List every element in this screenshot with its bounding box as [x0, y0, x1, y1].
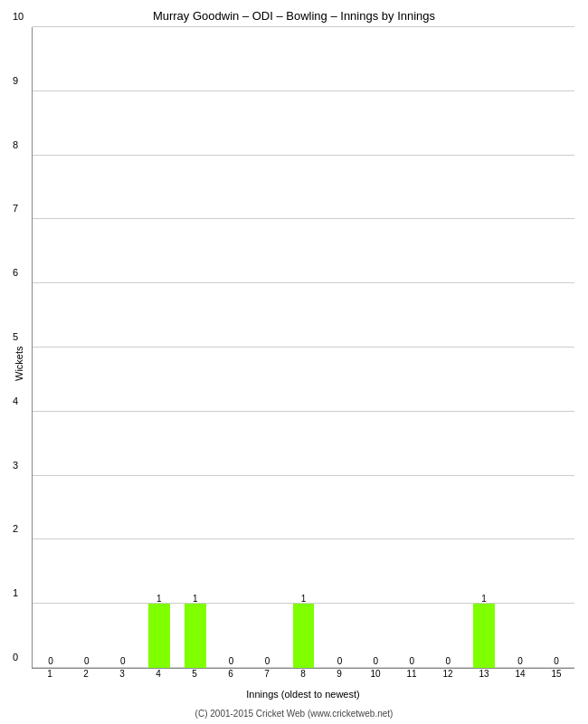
y-tick-label: 10: [13, 11, 24, 22]
x-tick-label: 8: [300, 669, 306, 679]
y-tick-label: 8: [13, 139, 18, 150]
x-tick-label: 10: [370, 669, 380, 679]
x-tick-label: 9: [337, 669, 342, 679]
x-tick-label: 6: [228, 669, 233, 679]
y-axis-label: Wickets: [14, 27, 28, 700]
bar-zero-label: 0: [105, 656, 141, 666]
bar-zero-label: 0: [321, 656, 357, 666]
grid-line: [33, 218, 574, 219]
bar-zero-label: 0: [430, 656, 466, 666]
bar-value-label: 1: [473, 594, 495, 604]
x-tick-label: 1: [47, 669, 52, 679]
x-ticks-row: 123456789101112131415: [32, 669, 574, 687]
y-tick-label: 4: [13, 395, 18, 406]
chart-title: Murray Goodwin – ODI – Bowling – Innings…: [153, 9, 435, 23]
bar-zero-label: 0: [357, 656, 394, 666]
x-tick-label: 7: [264, 669, 270, 679]
y-tick-label: 6: [13, 267, 18, 278]
x-axis-label: Innings (oldest to newest): [32, 689, 574, 700]
bar: [293, 604, 315, 668]
y-tick-label: 5: [13, 331, 18, 342]
footer: (C) 2001-2015 Cricket Web (www.cricketwe…: [195, 709, 394, 719]
grid-line: [33, 90, 574, 91]
x-tick-label: 12: [442, 669, 452, 679]
bar-zero-label: 0: [33, 656, 69, 666]
bar: [148, 604, 170, 668]
y-tick-label: 7: [13, 203, 18, 214]
y-tick-label: 9: [13, 75, 18, 86]
grid-line: [33, 347, 574, 348]
y-tick-label: 3: [13, 460, 18, 471]
x-tick-label: 14: [515, 669, 525, 679]
plot-area: 012345678910000110010000100: [32, 27, 574, 669]
y-tick-label: 1: [13, 587, 18, 598]
bar-value-label: 1: [293, 594, 315, 604]
x-tick-label: 3: [119, 669, 125, 679]
x-tick-label: 13: [479, 669, 488, 679]
x-tick-label: 2: [83, 669, 89, 679]
grid-line: [33, 155, 574, 156]
bar: [473, 604, 495, 668]
chart-area: Wickets 012345678910000110010000100 1234…: [14, 27, 574, 700]
bar: [185, 604, 206, 668]
grid-line: [33, 411, 574, 412]
x-tick-label: 15: [551, 669, 561, 679]
bar-value-label: 1: [185, 594, 206, 604]
bar-value-label: 1: [148, 594, 170, 604]
plot-wrapper: 012345678910000110010000100 123456789101…: [32, 27, 574, 700]
x-tick-label: 11: [406, 669, 416, 679]
y-tick-label: 0: [13, 652, 18, 662]
bar-zero-label: 0: [538, 656, 574, 666]
grid-line: [33, 538, 574, 539]
bar-zero-label: 0: [394, 656, 430, 666]
grid-line: [33, 26, 574, 27]
bar-zero-label: 0: [69, 656, 105, 666]
grid-line: [33, 475, 574, 476]
bar-zero-label: 0: [250, 656, 286, 666]
grid-line: [33, 282, 574, 283]
bar-zero-label: 0: [502, 656, 538, 666]
bar-zero-label: 0: [213, 656, 250, 666]
y-tick-label: 2: [13, 523, 18, 534]
x-tick-label: 5: [192, 669, 197, 679]
x-tick-label: 4: [156, 669, 161, 679]
chart-container: Murray Goodwin – ODI – Bowling – Innings…: [0, 0, 588, 724]
